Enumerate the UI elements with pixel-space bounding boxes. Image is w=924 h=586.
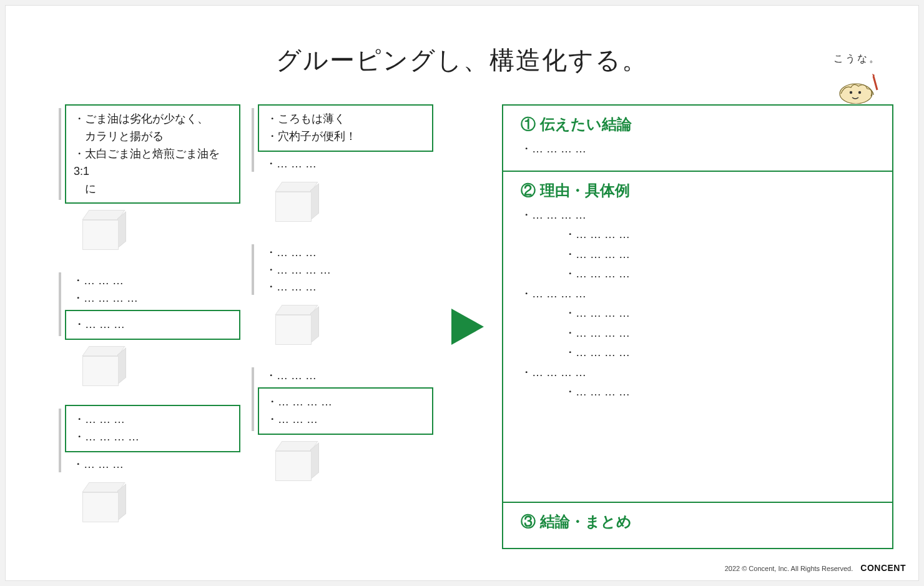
mascot-illustration xyxy=(832,71,882,104)
note-plain: ・… … … xyxy=(258,152,433,176)
slide-frame: グルーピングし、構造化する。 こうな。 ・ごま油は劣化が少なく、 カラリと揚がる… xyxy=(5,5,919,581)
group-bar-icon xyxy=(252,367,254,431)
section-heading: ② 理由・具体例 xyxy=(521,181,875,201)
cube-icon xyxy=(82,216,240,255)
section-reasons: ② 理由・具体例 ・… … … …・… … … …・… … … …・… … … … xyxy=(503,172,892,504)
annotation-text: こうな。 xyxy=(833,52,881,66)
svg-marker-5 xyxy=(451,309,484,345)
footer: 2022 © Concent, Inc. All Rights Reserved… xyxy=(725,563,906,573)
svg-point-0 xyxy=(840,84,872,104)
note-plain: ・… … …・… … … … xyxy=(65,269,240,310)
left-groups: ・ごま油は劣化が少なく、 カラリと揚がる・太白ごま油と焙煎ごま油を3:1 に ・… xyxy=(65,104,433,549)
left-column-2: ・ころもは薄く・穴杓子が便利！ ・… … … ・… … …・… … … …・… … xyxy=(258,104,433,549)
group-c1-r2: ・… … …・… … … … ・… … … xyxy=(65,269,240,340)
group-bar-icon xyxy=(59,409,61,472)
svg-point-1 xyxy=(850,91,852,94)
group-c2-r3: ・… … … ・… … … …・… … … xyxy=(258,364,433,435)
note-plain: ・… … …・… … … …・… … … xyxy=(258,241,433,299)
section-conclusion: ① 伝えたい結論 ・… … … … xyxy=(503,106,892,172)
group-c1-r3: ・… … …・… … … … ・… … … xyxy=(65,405,240,476)
copyright-text: 2022 © Concent, Inc. All Rights Reserved… xyxy=(725,565,853,572)
brand-logo: CONCENT xyxy=(860,563,906,573)
group-bar-icon xyxy=(252,108,254,172)
group-bar-icon xyxy=(59,272,61,336)
group-c1-r1: ・ごま油は劣化が少なく、 カラリと揚がる・太白ごま油と焙煎ごま油を3:1 に xyxy=(65,104,240,204)
svg-line-3 xyxy=(873,76,877,90)
section-heading: ③ 結論・まとめ xyxy=(521,512,875,532)
section-heading: ① 伝えたい結論 xyxy=(521,114,875,134)
note-box: ・ごま油は劣化が少なく、 カラリと揚がる・太白ごま油と焙煎ごま油を3:1 に xyxy=(65,104,240,204)
left-column-1: ・ごま油は劣化が少なく、 カラリと揚がる・太白ごま油と焙煎ごま油を3:1 に ・… xyxy=(65,104,240,549)
slide-title: グルーピングし、構造化する。 xyxy=(6,6,918,77)
cube-icon xyxy=(275,188,433,227)
arrow-icon xyxy=(433,104,502,549)
svg-point-2 xyxy=(858,91,861,94)
section-summary: ③ 結論・まとめ xyxy=(503,503,892,548)
section-body: ・… … … …・… … … …・… … … …・… … … …・… … … …… xyxy=(521,206,875,402)
cube-icon xyxy=(275,311,433,350)
note-box: ・… … …・… … … … xyxy=(65,405,240,452)
note-box: ・… … … …・… … … xyxy=(258,387,433,435)
note-box: ・ころもは薄く・穴杓子が便利！ xyxy=(258,104,433,152)
note-plain: ・… … … xyxy=(258,364,433,387)
note-plain: ・… … … xyxy=(65,452,240,476)
section-body: ・… … … … xyxy=(521,139,875,159)
content-area: ・ごま油は劣化が少なく、 カラリと揚がる・太白ごま油と焙煎ごま油を3:1 に ・… xyxy=(65,104,893,549)
group-bar-icon xyxy=(59,108,61,200)
cube-icon xyxy=(275,447,433,486)
structured-panel: ① 伝えたい結論 ・… … … … ② 理由・具体例 ・… … … …・… … … xyxy=(502,104,893,549)
note-box: ・… … … xyxy=(65,310,240,340)
cube-icon xyxy=(82,489,240,527)
group-c2-r2: ・… … …・… … … …・… … … xyxy=(258,241,433,299)
group-c2-r1: ・ころもは薄く・穴杓子が便利！ ・… … … xyxy=(258,104,433,176)
group-bar-icon xyxy=(252,244,254,295)
cube-icon xyxy=(82,352,240,391)
